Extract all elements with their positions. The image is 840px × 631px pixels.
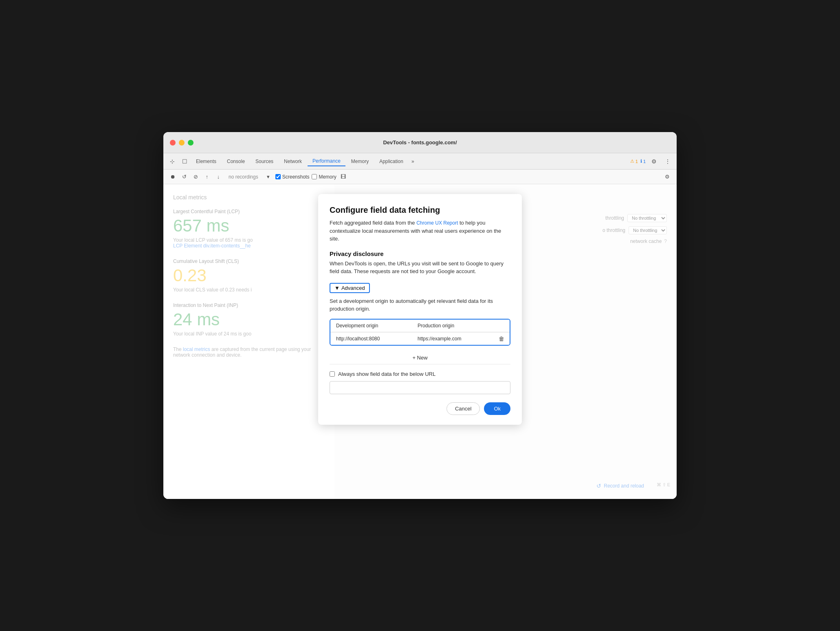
action-header <box>493 320 510 332</box>
dialog-wrapper: Configure field data fetching Fetch aggr… <box>163 184 677 499</box>
url-input-field[interactable] <box>330 381 510 394</box>
prod-origin-cell: https://example.com <box>412 332 493 345</box>
upload-button[interactable]: ↑ <box>202 172 211 181</box>
tab-memory[interactable]: Memory <box>346 157 374 166</box>
info-count: 1 <box>643 159 646 164</box>
origins-table: Development origin Production origin htt… <box>330 319 510 346</box>
tab-sources[interactable]: Sources <box>251 157 278 166</box>
more-tabs-button[interactable]: » <box>409 157 417 166</box>
chrome-ux-link[interactable]: Chrome UX Report <box>416 220 458 226</box>
dev-origin-header: Development origin <box>330 320 412 332</box>
cursor-icon[interactable]: ⊹ <box>167 156 178 167</box>
dev-origin-cell: http://localhost:8080 <box>330 332 412 345</box>
advanced-toggle-button[interactable]: ▼ Advanced <box>330 283 370 293</box>
settings-icon[interactable]: ⚙ <box>648 156 660 167</box>
configure-dialog: Configure field data fetching Fetch aggr… <box>318 194 522 425</box>
advanced-description: Set a development origin to automaticall… <box>330 297 510 313</box>
dialog-title: Configure field data fetching <box>330 205 510 215</box>
window-title: DevTools - fonts.google.com/ <box>383 139 457 146</box>
reload-button[interactable]: ↺ <box>180 172 189 181</box>
info-badge: ℹ 1 <box>640 159 646 164</box>
devtools-main: Local metrics Largest Contentful Paint (… <box>163 184 677 499</box>
origins-table-header: Development origin Production origin <box>330 320 510 332</box>
triangle-down-icon: ▼ <box>334 285 340 291</box>
clear-button[interactable]: ⊘ <box>191 172 200 181</box>
ok-button[interactable]: Ok <box>484 402 510 415</box>
trash-icon: 🗑 <box>499 335 504 342</box>
cancel-button[interactable]: Cancel <box>446 402 480 415</box>
minimize-button[interactable] <box>179 140 185 146</box>
tab-console[interactable]: Console <box>222 157 250 166</box>
warning-icon: ⚠ <box>630 159 634 164</box>
info-icon: ℹ <box>640 159 642 164</box>
close-button[interactable] <box>170 140 176 146</box>
download-button[interactable]: ↓ <box>214 172 223 181</box>
tab-application[interactable]: Application <box>374 157 408 166</box>
record-button[interactable]: ⏺ <box>168 172 177 181</box>
privacy-title: Privacy disclosure <box>330 250 510 257</box>
memory-checkbox[interactable]: Memory <box>312 174 336 180</box>
recordings-label: no recordings <box>225 174 262 180</box>
tab-elements[interactable]: Elements <box>191 157 221 166</box>
warning-badge: ⚠ 1 <box>630 159 638 164</box>
film-icon[interactable]: 🎞 <box>339 172 348 181</box>
secondary-toolbar: ⏺ ↺ ⊘ ↑ ↓ no recordings ▾ Screenshots Me… <box>163 170 677 184</box>
add-new-button[interactable]: + New <box>330 351 510 364</box>
privacy-desc: When DevTools is open, the URLs you visi… <box>330 260 510 276</box>
screenshots-checkbox[interactable]: Screenshots <box>275 174 310 180</box>
table-row: http://localhost:8080 https://example.co… <box>330 332 510 345</box>
inspect-icon[interactable]: ☐ <box>179 156 190 167</box>
dropdown-icon[interactable]: ▾ <box>264 172 273 181</box>
devtools-tabs: ⊹ ☐ Elements Console Sources Network Per… <box>163 153 677 170</box>
dialog-buttons: Cancel Ok <box>330 402 510 415</box>
always-show-checkbox[interactable] <box>330 371 335 377</box>
traffic-lights <box>170 140 194 146</box>
title-bar: DevTools - fonts.google.com/ <box>163 132 677 153</box>
prod-origin-header: Production origin <box>412 320 493 332</box>
more-options-icon[interactable]: ⋮ <box>662 156 673 167</box>
maximize-button[interactable] <box>188 140 194 146</box>
always-show-row: Always show field data for the below URL <box>330 371 510 377</box>
devtools-right-controls: ⚠ 1 ℹ 1 ⚙ ⋮ <box>630 156 673 167</box>
dialog-description: Fetch aggregated field data from the Chr… <box>330 219 510 243</box>
toolbar-settings-icon[interactable]: ⚙ <box>663 172 672 181</box>
warning-count: 1 <box>635 159 638 164</box>
tab-performance[interactable]: Performance <box>308 157 345 166</box>
tab-network[interactable]: Network <box>279 157 307 166</box>
delete-row-button[interactable]: 🗑 <box>493 332 510 345</box>
